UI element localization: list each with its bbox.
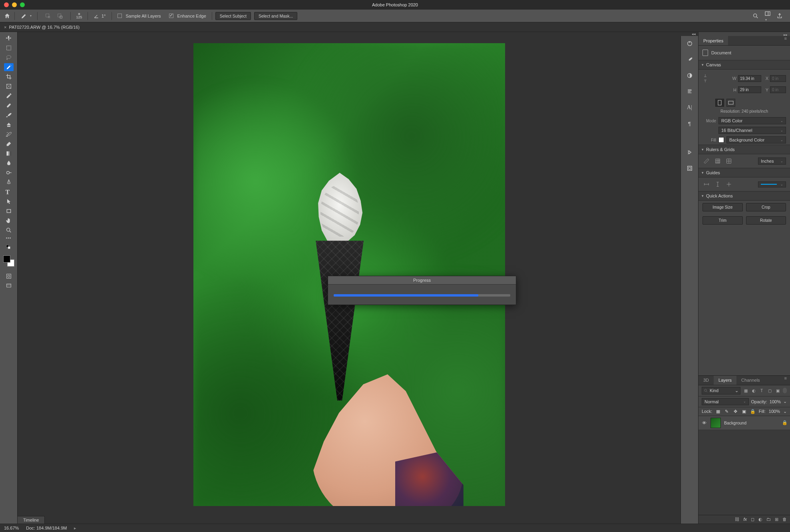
new-layer-icon[interactable]: ⊞	[775, 517, 778, 522]
libraries-panel-icon[interactable]	[685, 164, 694, 173]
home-button[interactable]	[3, 12, 11, 20]
layers-tab[interactable]: Layers	[714, 376, 736, 385]
layers-panel-menu-icon[interactable]: ≡	[781, 376, 790, 385]
rectangle-tool[interactable]	[4, 207, 14, 215]
eraser-tool[interactable]	[4, 140, 14, 148]
link-dimensions-icon[interactable]	[702, 73, 708, 84]
move-tool[interactable]	[4, 34, 14, 42]
quick-actions-section-header[interactable]: ▾Quick Actions	[698, 191, 790, 201]
blur-tool[interactable]	[4, 159, 14, 167]
select-and-mask-button[interactable]: Select and Mask...	[254, 12, 297, 20]
guide-v-icon[interactable]	[714, 181, 722, 188]
image-size-button[interactable]: Image Size	[702, 203, 743, 211]
guide-both-icon[interactable]	[725, 181, 733, 188]
lock-move-icon[interactable]: ✥	[733, 409, 738, 414]
crop-button[interactable]: Crop	[746, 203, 786, 211]
lock-pixels-icon[interactable]: ▦	[715, 409, 721, 414]
add-to-selection-icon[interactable]	[43, 12, 53, 20]
canvas-area[interactable]: Progress	[18, 32, 681, 524]
path-selection-tool[interactable]	[4, 197, 14, 205]
actions-panel-icon[interactable]	[685, 148, 694, 157]
doc-info[interactable]: Doc: 184.9M/184.9M	[26, 526, 67, 530]
brush-preset-picker[interactable]: 125	[74, 11, 84, 21]
fill-value[interactable]: 100%	[769, 409, 780, 414]
gradient-tool[interactable]	[4, 149, 14, 157]
link-layers-icon[interactable]: ⛓	[735, 517, 739, 522]
lasso-tool[interactable]	[4, 54, 14, 62]
workspace-switcher[interactable]: ▾	[764, 10, 771, 22]
quick-mask-toggle[interactable]	[4, 272, 14, 280]
filter-shape-icon[interactable]: ▢	[767, 388, 772, 393]
screen-mode-toggle[interactable]	[4, 282, 14, 290]
search-button[interactable]	[752, 13, 759, 19]
quick-selection-tool[interactable]	[4, 63, 14, 71]
rotate-button[interactable]: Rotate	[746, 216, 786, 225]
bit-depth-dropdown[interactable]: 16 Bits/Channel⌄	[718, 127, 786, 134]
canvas-section-header[interactable]: ▾Canvas	[698, 60, 790, 70]
zoom-tool[interactable]	[4, 226, 14, 234]
select-subject-button[interactable]: Select Subject	[215, 12, 251, 20]
delete-layer-icon[interactable]: 🗑	[782, 517, 787, 522]
filter-toggle[interactable]	[783, 388, 787, 393]
lock-all-icon[interactable]: 🔒	[750, 409, 756, 414]
document-tab[interactable]: × PAT02720.ARW @ 16.7% (RGB/16)	[0, 22, 84, 32]
glyphs-panel-icon[interactable]: ¶	[685, 119, 694, 128]
character-panel-icon[interactable]: A|	[685, 103, 694, 112]
paragraph-panel-icon[interactable]	[685, 87, 694, 96]
brushes-panel-icon[interactable]	[685, 55, 694, 64]
guides-section-header[interactable]: ▾Guides	[698, 168, 790, 177]
x-input[interactable]	[770, 75, 786, 82]
subtract-from-selection-icon[interactable]	[55, 12, 65, 20]
timeline-panel-tab[interactable]: Timeline	[18, 516, 45, 524]
clone-stamp-tool[interactable]	[4, 121, 14, 129]
close-tab-icon[interactable]: ×	[4, 25, 6, 30]
rulers-section-header[interactable]: ▾Rulers & Grids	[698, 145, 790, 154]
eyedropper-tool[interactable]	[4, 92, 14, 100]
guides-icon[interactable]	[725, 157, 733, 165]
color-panel-icon[interactable]	[685, 39, 694, 48]
filter-adjustment-icon[interactable]: ◐	[751, 388, 756, 393]
width-input[interactable]	[738, 75, 761, 82]
history-brush-tool[interactable]	[4, 130, 14, 138]
minimize-window-button[interactable]	[12, 2, 17, 7]
blend-mode-dropdown[interactable]: Normal⌄	[702, 398, 749, 405]
default-colors-icon[interactable]	[4, 243, 14, 251]
trim-button[interactable]: Trim	[702, 216, 743, 225]
layer-row[interactable]: 👁 Background 🔒	[698, 416, 790, 430]
3d-tab[interactable]: 3D	[698, 376, 714, 385]
y-input[interactable]	[770, 86, 786, 93]
panel-menu-icon[interactable]: ≡	[781, 36, 790, 45]
fill-dropdown[interactable]: Background Color⌄	[726, 136, 786, 143]
layer-name[interactable]: Background	[724, 420, 779, 425]
opacity-value[interactable]: 100%	[770, 399, 781, 404]
adjustments-panel-icon[interactable]	[685, 71, 694, 80]
visibility-toggle-icon[interactable]: 👁	[701, 420, 707, 425]
portrait-orientation-button[interactable]	[715, 99, 724, 107]
color-swatches[interactable]	[3, 255, 14, 267]
panels-collapse-arrows[interactable]: ▸▸	[698, 32, 790, 36]
lock-position-icon[interactable]: ✎	[724, 409, 730, 414]
frame-tool[interactable]	[4, 82, 14, 90]
edit-toolbar-button[interactable]: •••	[6, 236, 12, 240]
grid-icon[interactable]	[714, 157, 722, 165]
guide-h-icon[interactable]	[702, 181, 710, 188]
marquee-tool[interactable]	[4, 44, 14, 52]
layer-filter-kind[interactable]: Kind ⌄	[702, 387, 740, 395]
dodge-tool[interactable]	[4, 169, 14, 177]
type-tool[interactable]: T	[4, 188, 14, 196]
color-mode-dropdown[interactable]: RGB Color⌄	[718, 117, 786, 124]
share-button[interactable]	[776, 13, 783, 19]
filter-type-icon[interactable]: T	[759, 388, 764, 393]
pen-tool[interactable]	[4, 178, 14, 186]
crop-tool[interactable]	[4, 73, 14, 81]
channels-tab[interactable]: Channels	[736, 376, 764, 385]
brush-tool[interactable]	[4, 111, 14, 119]
tool-preset-picker[interactable]: ▾	[18, 12, 34, 20]
adjustment-layer-icon[interactable]: ◐	[758, 517, 762, 522]
filter-pixel-icon[interactable]: ▦	[743, 388, 748, 393]
fill-color-swatch[interactable]	[718, 137, 724, 143]
filter-smart-icon[interactable]: ▣	[775, 388, 780, 393]
group-icon[interactable]: 🗀	[766, 517, 771, 522]
foreground-color[interactable]	[3, 255, 10, 263]
properties-tab[interactable]: Properties	[698, 36, 728, 45]
